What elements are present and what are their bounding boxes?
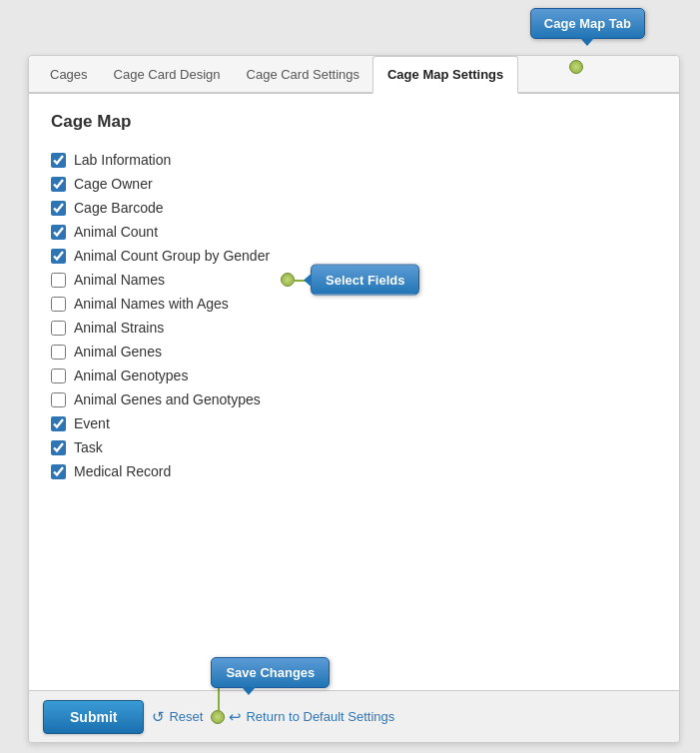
submit-button[interactable]: Submit [43,700,144,734]
select-fields-connector-dot [281,273,295,287]
save-changes-area: ↩ Return to Default Settings Save Change… [211,708,394,726]
checkbox-animal-strains[interactable] [51,321,66,336]
list-item: Cage Barcode [51,196,657,220]
reset-button[interactable]: ↺ Reset [152,708,203,726]
list-item: Task [51,435,657,459]
tab-map-settings[interactable]: Cage Map Settings [372,56,518,94]
list-item: Event [51,411,657,435]
select-fields-tooltip: Select Fields [311,265,419,296]
list-item: Animal Names Select Fields [51,268,657,292]
checkbox-cage-barcode[interactable] [51,201,66,216]
list-item: Animal Names with Ages [51,292,657,316]
tab-card-design[interactable]: Cage Card Design [101,56,234,94]
bottom-bar: Submit ↺ Reset ↩ Return to Default Setti… [29,690,679,742]
cage-map-tab-tooltip: Cage Map Tab [530,8,645,39]
return-icon: ↩ [229,708,242,726]
list-item: Animal Genes [51,340,657,364]
list-item: Lab Information [51,148,657,172]
reset-icon: ↺ [152,708,165,726]
checkbox-task[interactable] [51,440,66,455]
tab-card-settings[interactable]: Cage Card Settings [234,56,372,94]
checkbox-animal-count[interactable] [51,225,66,240]
list-item: Animal Genes and Genotypes [51,387,657,411]
main-container: Cages Cage Card Design Cage Card Setting… [28,55,680,743]
tab-cages[interactable]: Cages [37,56,101,94]
checkbox-animal-genes-genotypes[interactable] [51,392,66,407]
list-item: Cage Owner [51,172,657,196]
checkbox-list: Lab Information Cage Owner Cage Barcode … [51,148,657,483]
save-changes-tooltip: Save Changes [211,657,330,688]
list-item: Medical Record [51,459,657,483]
checkbox-event[interactable] [51,416,66,431]
checkbox-cage-owner[interactable] [51,177,66,192]
checkbox-animal-genes[interactable] [51,345,66,360]
section-title: Cage Map [51,112,657,132]
checkbox-animal-names-ages[interactable] [51,297,66,312]
return-button[interactable]: ↩ Return to Default Settings [229,708,394,726]
checkbox-medical-record[interactable] [51,464,66,479]
checkbox-lab-information[interactable] [51,153,66,168]
content-area: Cage Map Lab Information Cage Owner [29,94,679,553]
checkbox-animal-genotypes[interactable] [51,369,66,383]
save-changes-connector-dot [211,710,225,724]
cage-map-tab-connector-dot [569,60,583,74]
list-item: Animal Count [51,220,657,244]
checkbox-animal-names[interactable] [51,273,66,288]
list-item: Animal Strains [51,316,657,340]
checkbox-animal-count-gender[interactable] [51,249,66,264]
list-item: Animal Genotypes [51,364,657,387]
